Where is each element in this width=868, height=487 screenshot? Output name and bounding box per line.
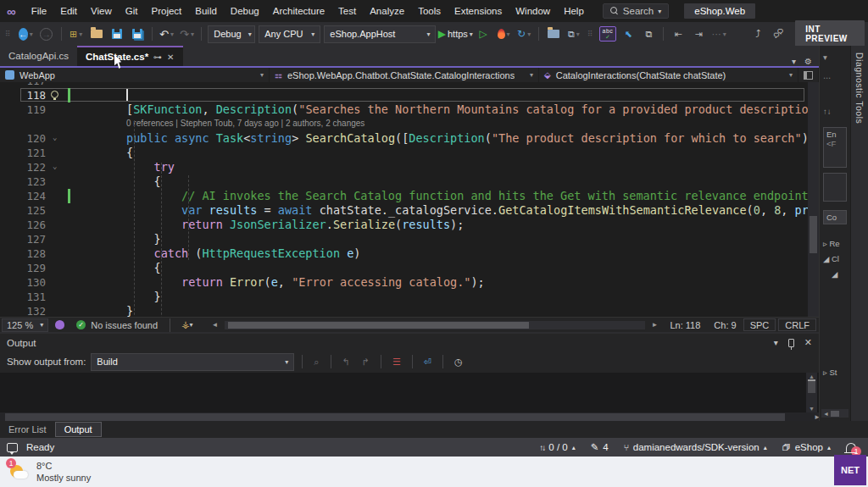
code-line-119[interactable]: 119 [SKFunction, Description("Searches t…: [0, 102, 808, 117]
scroll-right-arrow[interactable]: ►: [647, 321, 664, 329]
project-dropdown[interactable]: WebApp▾: [0, 68, 270, 82]
send-feedback-button[interactable]: 🗪: [770, 25, 787, 43]
repo-selector[interactable]: 🗇 eShop▴: [782, 442, 831, 452]
line-ending-indicator[interactable]: CRLF: [778, 318, 816, 331]
sliver-horizontal-scrollbar[interactable]: ◄: [821, 409, 849, 418]
menu-analyze[interactable]: Analyze: [363, 0, 411, 22]
open-folder-button[interactable]: [88, 25, 105, 43]
save-button[interactable]: [108, 25, 125, 43]
menu-window[interactable]: Window: [509, 0, 557, 22]
line-number[interactable]: 117: [0, 82, 49, 87]
code-line-124[interactable]: 124 // AI invokes the Search Catalog fun…: [0, 189, 808, 203]
toggle-word-wrap-button[interactable]: ⏎: [420, 357, 435, 368]
decrease-indent-button[interactable]: ⇤: [670, 25, 687, 43]
line-number[interactable]: 119: [0, 103, 49, 116]
pin-icon[interactable]: [788, 339, 794, 347]
panel-tab-output[interactable]: Output: [55, 422, 102, 437]
menu-git[interactable]: Git: [119, 0, 145, 22]
output-source-dropdown[interactable]: Build▾: [91, 353, 294, 371]
save-all-button[interactable]: [129, 25, 146, 43]
menu-build[interactable]: Build: [188, 0, 224, 22]
split-editor-button[interactable]: [798, 68, 819, 82]
branch-selector[interactable]: ⑂ damianedwards/SDK-version▴: [624, 442, 767, 452]
panel-tab-error-list[interactable]: Error List: [0, 423, 55, 436]
menu-extensions[interactable]: Extensions: [448, 0, 509, 22]
code-line-123[interactable]: 123 {: [0, 174, 808, 189]
solution-configuration-dropdown[interactable]: Debug▾: [208, 25, 255, 43]
panel-fragment-tab[interactable]: Co: [823, 210, 847, 224]
lightbulb-icon[interactable]: [51, 91, 58, 98]
redo-button[interactable]: ↷▾: [178, 25, 195, 43]
codelens-info[interactable]: 0 references | Stephen Toub, 7 days ago …: [0, 117, 808, 131]
document-tab-catalogapics[interactable]: CatalogApi.cs: [0, 46, 77, 66]
solution-platform-dropdown[interactable]: Any CPU▾: [259, 25, 320, 43]
find-in-files-button[interactable]: [545, 25, 562, 43]
scroll-left-arrow[interactable]: ◄: [206, 321, 223, 329]
line-number[interactable]: 131: [0, 291, 49, 303]
line-number[interactable]: 128: [0, 247, 49, 260]
editor-horizontal-scrollbar[interactable]: [225, 321, 644, 329]
pending-edits-button[interactable]: ✎4: [591, 441, 609, 453]
navigate-back-button[interactable]: ←▾: [17, 25, 35, 43]
timestamp-toggle-button[interactable]: ◷: [451, 357, 466, 368]
collapse-chevron-icon[interactable]: ⌄: [53, 162, 57, 170]
code-line-127[interactable]: 127 }: [0, 232, 808, 246]
menu-tools[interactable]: Tools: [411, 0, 448, 22]
code-line-125[interactable]: 125 var results = await chatState._catal…: [0, 203, 808, 218]
code-line-130[interactable]: 130 return Error(e, "Error accessing cat…: [0, 275, 808, 290]
panel-menu-dropdown[interactable]: ▾: [774, 338, 778, 347]
code-line-117[interactable]: 117: [0, 82, 808, 88]
tree-item-cl[interactable]: ◢ Cl: [823, 254, 839, 263]
line-number[interactable]: 126: [0, 219, 49, 231]
next-message-button[interactable]: ↱: [359, 357, 373, 368]
output-vertical-scrollbar[interactable]: ▲▼: [806, 373, 817, 412]
editor-vertical-scrollbar[interactable]: [808, 82, 819, 317]
tab-pin-icon[interactable]: ⊶: [153, 53, 162, 62]
panel-close-icon[interactable]: ✕: [804, 337, 812, 348]
tree-item-re[interactable]: ▹ Re: [823, 239, 840, 248]
document-tab-chatstatecs[interactable]: ChatState.cs*⊶✕: [77, 46, 183, 66]
code-line-122[interactable]: 122⌄ try: [0, 160, 808, 174]
menu-architecture[interactable]: Architecture: [266, 0, 331, 22]
toolbar-overflow-button[interactable]: ⋯▾: [710, 25, 727, 43]
menu-edit[interactable]: Edit: [53, 0, 84, 22]
weather-widget[interactable]: 1 8°C Mostly sunny: [0, 460, 91, 484]
panel-overflow[interactable]: ⋯: [823, 73, 832, 82]
line-number[interactable]: 129: [0, 262, 49, 274]
code-cleanup-button[interactable]: ⚶: [181, 319, 189, 330]
line-number[interactable]: 124: [0, 190, 49, 202]
line-number[interactable]: 120: [0, 132, 49, 145]
code-line-126[interactable]: 126 return JsonSerializer.Serialize(resu…: [0, 218, 808, 232]
notifications-button[interactable]: 1: [846, 443, 856, 452]
int-preview-badge[interactable]: INT PREVIEW: [795, 20, 865, 47]
diagnostic-tools-collapsed-tab[interactable]: Diagnostic Tools: [850, 46, 868, 421]
tab-settings-gear-icon[interactable]: ⚙: [804, 57, 812, 66]
line-number[interactable]: 132: [0, 305, 49, 317]
new-project-button[interactable]: ⊞▾: [68, 25, 85, 43]
output-content[interactable]: ▲▼: [0, 373, 819, 412]
member-dropdown[interactable]: ⬙ CatalogInteractions(ChatState chatStat…: [539, 68, 798, 82]
share-button[interactable]: ⤴: [749, 25, 766, 43]
menu-project[interactable]: Project: [144, 0, 188, 22]
navigate-forward-button[interactable]: →: [38, 25, 55, 43]
line-number[interactable]: 130: [0, 276, 49, 289]
menu-view[interactable]: View: [84, 0, 119, 22]
code-cleanup-dropdown[interactable]: ▾: [189, 321, 192, 329]
increase-indent-button[interactable]: ⇥: [690, 25, 707, 43]
code-line-132[interactable]: 132 }: [0, 304, 808, 317]
hot-reload-button[interactable]: ▾: [495, 25, 512, 43]
sync-commits-button[interactable]: ↑↓0 / 0▴: [539, 442, 575, 452]
startup-project-dropdown[interactable]: eShop.AppHost▾: [324, 25, 436, 43]
prev-message-button[interactable]: ↰: [339, 357, 353, 368]
menu-file[interactable]: File: [25, 0, 54, 22]
code-line-121[interactable]: 121 {: [0, 146, 808, 160]
minimize-button[interactable]: –: [863, 0, 868, 22]
type-dropdown[interactable]: ⚏ eShop.WebApp.Chatbot.ChatState.Catalog…: [270, 68, 539, 82]
line-number[interactable]: 121: [0, 147, 49, 159]
feedback-bubble-icon[interactable]: [7, 443, 18, 452]
undo-button[interactable]: ↶▾: [158, 25, 175, 43]
title-search-box[interactable]: Search ▾: [603, 3, 669, 19]
collapse-chevron-icon[interactable]: ⌄: [53, 133, 57, 141]
tree-item-st[interactable]: ▹ St: [823, 368, 837, 377]
text-spell-checker-toggle[interactable]: abc✓: [599, 26, 617, 42]
